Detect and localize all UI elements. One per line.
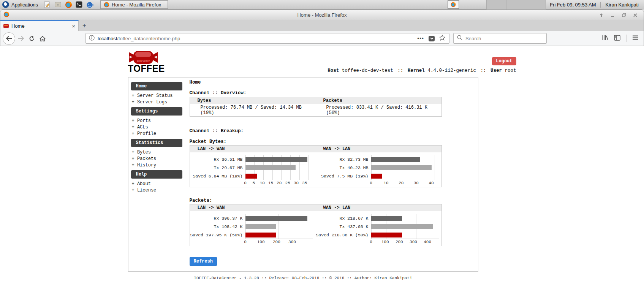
bar-saved: [245, 174, 257, 179]
chart-row: Rx 396.37 K: [190, 214, 316, 222]
logout-button[interactable]: Logout: [492, 57, 516, 65]
sidebar-item-profile[interactable]: + Profile: [131, 130, 182, 137]
axis-tick: 25: [285, 181, 290, 185]
firefox-icon: [104, 2, 109, 8]
sidebar-header-help[interactable]: Help: [131, 170, 182, 179]
shade-button[interactable]: [598, 12, 604, 18]
sidebar-header-statistics[interactable]: Statistics: [131, 139, 182, 147]
page-viewport: Data-Center TOFFEE Logout Host toffee-dc…: [0, 46, 644, 296]
file-manager-icon[interactable]: [54, 1, 62, 8]
tab-close-icon[interactable]: ×: [72, 23, 75, 29]
chart-packets-lan-wan: Rx 396.37 KTx 198.42 KSaved 197.95 K (50…: [190, 211, 316, 246]
bar-label: Rx 36.51 MB: [190, 157, 245, 162]
home-button[interactable]: [38, 36, 47, 41]
url-bar[interactable]: localhost/toffee_datacenter/home.php •••: [85, 33, 449, 44]
host-label: Host: [328, 68, 339, 73]
chart-row: Rx 218.67 K: [316, 214, 441, 222]
bar-label: Rx 218.67 K: [316, 216, 371, 221]
bar-label: Saved 7.5 MB (19%): [316, 174, 371, 179]
page-actions-icon[interactable]: •••: [417, 35, 424, 41]
sidebar-item-license[interactable]: + License: [131, 187, 182, 193]
sidebar-item-about[interactable]: + About: [131, 180, 182, 187]
sidebar-header-home[interactable]: Home: [131, 82, 182, 90]
axis-tick: 300: [410, 240, 417, 244]
host-value: toffee-dc-dev-test: [342, 68, 393, 73]
user-menu[interactable]: Kiran Kankipati: [601, 2, 644, 8]
user-value: root: [505, 68, 516, 73]
packet-bytes-table: LAN -> WAN WAN -> LAN Rx 36.51 MBTx 29.6…: [190, 145, 442, 187]
window-titlebar[interactable]: Home - Mozilla Firefox: [0, 9, 644, 20]
maximize-button[interactable]: [621, 12, 627, 18]
sidebar-header-settings[interactable]: Settings: [131, 107, 182, 116]
bar-saved: [371, 174, 383, 179]
axis-tick: 0: [370, 240, 372, 244]
chart-row: Tx 198.42 K: [190, 222, 316, 231]
bar-label: Rx 396.37 K: [190, 216, 245, 221]
axis-tick: 10: [260, 181, 265, 185]
workspace-switcher[interactable]: [486, 0, 546, 9]
desktop-topbar: Applications Home - Mozilla Firefox Fri …: [0, 0, 644, 9]
tab-home[interactable]: Home ×: [0, 20, 79, 31]
axis-tick: 30: [414, 181, 419, 185]
chart-row: Saved 6.84 MB (19%): [190, 172, 316, 180]
chart-title-wan-lan: WAN -> LAN: [316, 204, 442, 212]
library-icon[interactable]: [602, 35, 608, 42]
bar-rx: [371, 216, 402, 221]
sidebar-toggle-icon[interactable]: [614, 35, 620, 42]
bookmark-star-icon[interactable]: [439, 35, 445, 42]
back-button[interactable]: [3, 32, 15, 45]
bar-label: Rx 32.73 MB: [316, 157, 371, 162]
axis-tick: 100: [381, 240, 389, 244]
sidebar-item-server-logs[interactable]: + Server Logs: [131, 99, 182, 105]
workspace-1-firefox-thumbnail[interactable]: [448, 0, 459, 9]
bar-saved: [371, 233, 402, 237]
sidebar-item-server-status[interactable]: + Server Status: [131, 92, 182, 99]
refresh-button[interactable]: Refresh: [190, 257, 217, 266]
minimize-button[interactable]: [609, 12, 616, 18]
text-editor-icon[interactable]: [43, 1, 51, 8]
bar-label: Tx 40.23 MB: [316, 165, 371, 170]
firefox-window: Home - Mozilla Firefox Home × +: [0, 9, 644, 296]
chart-row: Saved 7.5 MB (19%): [316, 172, 441, 180]
taskbar-item-label: Home - Mozilla Firefox: [112, 2, 161, 8]
hamburger-menu-icon[interactable]: [632, 35, 638, 42]
page-title: Home: [190, 80, 478, 85]
taskbar-item-firefox[interactable]: Home - Mozilla Firefox: [100, 0, 168, 9]
axis-tick: 35: [302, 181, 307, 185]
toffee-logo[interactable]: Data-Center TOFFEE: [128, 50, 165, 73]
sidebar-item-acls[interactable]: + ACLs: [131, 124, 182, 130]
url-text[interactable]: localhost/toffee_datacenter/home.php: [98, 36, 417, 41]
site-info-icon[interactable]: [89, 35, 95, 42]
axis-tick: 15: [268, 181, 273, 185]
close-button[interactable]: [632, 12, 638, 18]
toolbar-separator: [626, 35, 627, 42]
clock[interactable]: Fri Feb 09, 09:53 AM: [546, 2, 600, 8]
chart-row: Saved 218.36 K (50%): [316, 231, 441, 239]
pocket-icon[interactable]: [429, 36, 435, 41]
bar-rx: [245, 216, 307, 221]
applications-menu[interactable]: Applications: [0, 0, 42, 9]
sidebar-item-ports[interactable]: + Ports: [131, 117, 182, 124]
axis-tick: 20: [277, 181, 282, 185]
chart-packets-wan-lan: Rx 218.67 KTx 437.03 KSaved 218.36 K (50…: [316, 211, 441, 246]
new-tab-button[interactable]: +: [79, 20, 90, 31]
axis-tick: 40: [429, 181, 434, 185]
firefox-launcher-icon[interactable]: [64, 1, 73, 8]
terminal-icon[interactable]: [75, 1, 83, 8]
forward-button[interactable]: [16, 36, 26, 41]
sidebar-item-bytes[interactable]: + Bytes: [131, 149, 182, 155]
kernel-value: 4.4.0-112-generic: [427, 68, 476, 73]
bar-tx: [371, 224, 433, 229]
chart-row: Tx 29.67 MB: [190, 163, 316, 172]
sidebar-item-history[interactable]: + History: [131, 162, 182, 168]
chart-row: Saved 197.95 K (50%): [190, 231, 316, 239]
bar-rx: [371, 157, 421, 162]
chart-title-lan-wan: LAN -> WAN: [190, 146, 316, 153]
sidebar-item-packets[interactable]: + Packets: [131, 155, 182, 162]
host-info: Host toffee-dc-dev-test :: Kernel 4.4.0-…: [328, 68, 516, 73]
reload-button[interactable]: [27, 36, 36, 41]
media-player-icon[interactable]: [85, 1, 94, 8]
search-bar[interactable]: Search: [453, 33, 547, 44]
chart-row: Rx 32.73 MB: [316, 155, 441, 163]
applications-label: Applications: [11, 2, 38, 8]
